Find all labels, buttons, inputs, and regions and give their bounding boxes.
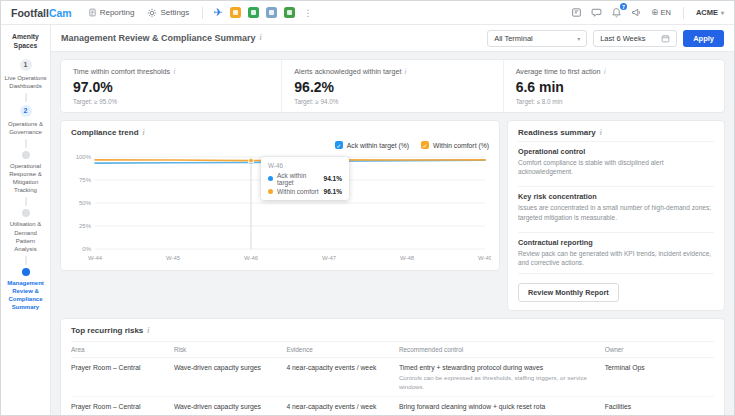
step-2-marker: 2 [20, 105, 32, 117]
logo-text-cam: Cam [49, 7, 72, 19]
svg-text:W-48: W-48 [400, 255, 415, 261]
sidebar-step-management-review[interactable]: Management Review & Compliance Summary [4, 268, 47, 311]
checkbox-checked-icon[interactable]: ✓ [421, 141, 429, 149]
info-icon[interactable]: i [173, 68, 175, 76]
sidebar-step-operations-governance[interactable]: 2 Operations & Governance [4, 105, 47, 136]
readiness-heading: Operational control [518, 147, 714, 156]
svg-text:75%: 75% [79, 177, 92, 183]
cell-owner: Facilities [605, 397, 714, 415]
terminal-select[interactable]: All Terminal ▾ [487, 30, 587, 47]
more-apps-icon[interactable]: ⋮ [302, 8, 315, 18]
svg-text:W-45: W-45 [166, 255, 181, 261]
kpi-alerts-acknowledged: Alerts acknowledged within target i 96.2… [281, 60, 502, 112]
readiness-actions: Review Monthly Report [518, 273, 714, 302]
table-row: Prayer Room – Central Wave-driven capaci… [71, 397, 714, 415]
sidebar-step-live-operations[interactable]: 1 Live Operations Dashboards [4, 59, 47, 90]
blue-dot-icon [268, 176, 273, 181]
legend-ack-within-target[interactable]: ✓ Ack within target (%) [335, 141, 409, 149]
top-recurring-risks-title: Top recurring risks i [71, 326, 714, 335]
nav-reporting[interactable]: Reporting [85, 8, 138, 17]
readiness-text: Comfort compliance is stable with discip… [518, 158, 714, 176]
risks-table: Area Risk Evidence Recommended control O… [71, 341, 714, 415]
step-connector [25, 256, 27, 265]
nav-settings-label: Settings [160, 8, 189, 17]
report-icon [88, 8, 97, 17]
table-row: Prayer Room – Central Wave-driven capaci… [71, 358, 714, 397]
language-selector[interactable]: ⊕ EN [651, 8, 671, 17]
info-icon[interactable]: i [143, 129, 145, 137]
megaphone-icon[interactable] [631, 7, 642, 18]
info-icon[interactable]: i [600, 129, 602, 137]
kpi-target: Target: ≥ 95.0% [73, 98, 269, 105]
tooltip-label: Ack within target [277, 172, 320, 186]
notifications-bell-icon[interactable]: 7 [611, 7, 622, 18]
teal-app-icon[interactable] [266, 7, 277, 18]
topbar: FootfallCam Reporting Settings ✈ ⋮ 7 [1, 1, 734, 25]
notification-badge: 7 [620, 3, 627, 10]
logo-text-footfall: Footfall [11, 7, 49, 19]
checkbox-checked-icon[interactable]: ✓ [335, 141, 343, 149]
step-4-dot [22, 209, 30, 217]
date-range-select[interactable]: Last 6 Weeks [593, 30, 677, 47]
kpi-label-text: Time within comfort thresholds [73, 67, 170, 76]
readiness-heading: Contractual reporting [518, 238, 714, 247]
cell-area: Prayer Room – Central [71, 397, 174, 415]
readiness-item-operational-control: Operational control Comfort compliance i… [518, 141, 714, 182]
chevron-down-icon: ▾ [721, 9, 724, 16]
comment-icon[interactable] [591, 7, 602, 18]
kpi-target: Target: ≥ 94.0% [294, 98, 490, 105]
green-calendar-app-icon[interactable] [284, 7, 295, 18]
tooltip-value: 94.1% [324, 175, 342, 182]
control-note: Controls can be expressed as thresholds,… [399, 374, 597, 391]
footfallcam-logo[interactable]: FootfallCam [11, 7, 72, 19]
info-icon[interactable]: i [604, 68, 606, 76]
info-icon[interactable]: i [404, 68, 406, 76]
middle-row: Compliance trend i ✓ Ack within target (… [60, 120, 725, 311]
orange-dot-icon [268, 189, 273, 194]
cell-control: Timed entry + stewarding protocol during… [399, 358, 605, 397]
info-icon[interactable]: i [260, 34, 262, 42]
chevron-down-icon: ▾ [577, 35, 580, 42]
step-connector [25, 139, 27, 148]
svg-text:W-49: W-49 [478, 255, 491, 261]
risks-title-text: Top recurring risks [71, 326, 143, 335]
step-4-label: Utilisation & Demand Pattern Analysis [4, 220, 47, 252]
green-app-icon[interactable] [248, 7, 259, 18]
app-body: Amenity Spaces 1 Live Operations Dashboa… [1, 25, 734, 415]
kiosk-icon[interactable] [571, 7, 582, 18]
tooltip-row: Ack within target 94.1% [268, 172, 342, 186]
kpi-label-text: Average time to first action [516, 67, 601, 76]
sidebar-title: Amenity Spaces [4, 33, 47, 51]
kpi-time-to-first-action: Average time to first action i 6.6 min T… [503, 60, 724, 112]
topbar-right: 7 ⊕ EN ACME ▾ [571, 7, 724, 19]
page-title: Management Review & Compliance Summary i [61, 33, 262, 43]
column-header-risk: Risk [174, 342, 287, 358]
topbar-divider [202, 7, 203, 19]
nav-settings[interactable]: Settings [144, 8, 192, 18]
step-3-dot [22, 151, 30, 159]
sidebar: Amenity Spaces 1 Live Operations Dashboa… [1, 25, 51, 415]
legend-within-comfort[interactable]: ✓ Within comfort (%) [421, 141, 489, 149]
cell-area: Prayer Room – Central [71, 358, 174, 397]
legend-label: Ack within target (%) [347, 142, 409, 149]
orange-app-glyph [233, 10, 238, 15]
sidebar-step-utilisation-demand[interactable]: Utilisation & Demand Pattern Analysis [4, 209, 47, 252]
sidebar-step-operational-response[interactable]: Operational Response & Mitigation Tracki… [4, 151, 47, 194]
main-area: Management Review & Compliance Summary i… [51, 25, 734, 415]
kpi-card: Time within comfort thresholds i 97.0% T… [60, 59, 725, 113]
readiness-item-key-risk: Key risk concentration Issues are concen… [518, 186, 714, 227]
orange-app-icon[interactable] [230, 7, 241, 18]
plane-app-icon[interactable]: ✈ [213, 7, 222, 18]
info-icon[interactable]: i [147, 327, 149, 335]
step-3-label: Operational Response & Mitigation Tracki… [4, 162, 47, 194]
review-monthly-report-button[interactable]: Review Monthly Report [518, 283, 619, 302]
step-5-dot-active [22, 268, 30, 276]
account-name: ACME [696, 8, 718, 17]
chart-area[interactable]: 100%75%50%25%0%W-44W-45W-46W-47W-48W-49 … [71, 151, 489, 267]
gear-icon [147, 8, 157, 18]
account-menu[interactable]: ACME ▾ [696, 8, 724, 17]
svg-text:0%: 0% [82, 246, 91, 252]
apply-button[interactable]: Apply [683, 30, 724, 47]
column-header-evidence: Evidence [286, 342, 399, 358]
green-app-glyph [251, 10, 256, 15]
